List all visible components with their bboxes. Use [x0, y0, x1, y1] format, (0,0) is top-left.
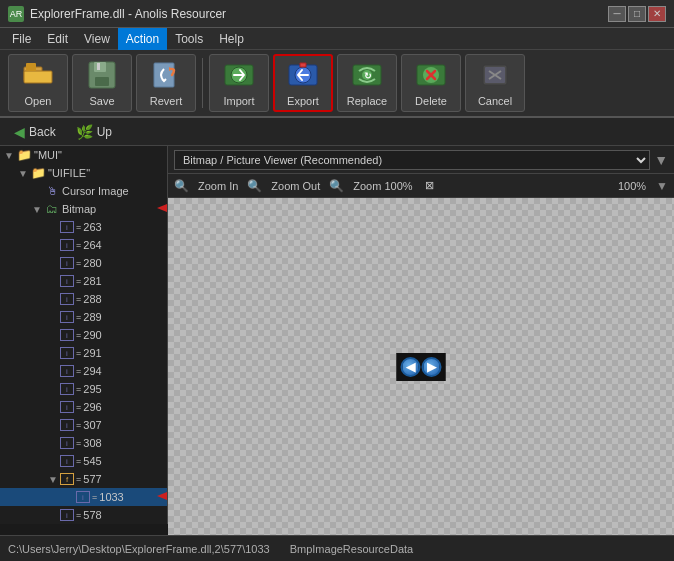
hash-icon-295: =	[76, 384, 81, 394]
viewer-dropdown-arrow[interactable]: ▼	[654, 152, 668, 168]
tree-item-1033[interactable]: i = 1033	[0, 488, 167, 506]
tree-item-bitmap[interactable]: ▼ 🗂 Bitmap	[0, 200, 167, 218]
tree-item-mui[interactable]: ▼ 📁 "MUI"	[0, 146, 167, 164]
menu-file[interactable]: File	[4, 28, 39, 50]
hash-icon-290: =	[76, 330, 81, 340]
zoom-in-label: Zoom In	[198, 180, 238, 192]
export-button[interactable]: Export	[273, 54, 333, 112]
nav-bar: ◀ Back 🌿 Up	[0, 118, 674, 146]
tree-item-294[interactable]: i = 294	[0, 362, 167, 380]
menu-help[interactable]: Help	[211, 28, 252, 50]
cancel-label: Cancel	[478, 95, 512, 107]
bitmap-preview: ◀ ▶	[397, 353, 446, 381]
svg-rect-5	[95, 77, 109, 86]
zoom-100-button[interactable]: Zoom 100%	[350, 179, 415, 193]
folder-icon-mui: 📁	[16, 147, 32, 163]
tree-label-263: 263	[83, 221, 101, 233]
zoom-fit-icon: ⊠	[425, 179, 434, 192]
tree-item-280[interactable]: i = 280	[0, 254, 167, 272]
sidebar-tree: ▼ 📁 "MUI" ▼ 📁 "UIFILE" 🖱 Cursor Image ▼ …	[0, 146, 168, 524]
open-icon	[22, 59, 54, 91]
1033-red-arrow	[157, 486, 168, 506]
zoom-out-button[interactable]: Zoom Out	[268, 179, 323, 193]
folder-icon-uifile: 📁	[30, 165, 46, 181]
menu-action[interactable]: Action	[118, 28, 167, 50]
up-button[interactable]: 🌿 Up	[70, 122, 118, 142]
tree-item-545[interactable]: i = 545	[0, 452, 167, 470]
hash-icon-289: =	[76, 312, 81, 322]
menu-bar: File Edit View Action Tools Help	[0, 28, 674, 50]
tree-item-281[interactable]: i = 281	[0, 272, 167, 290]
import-icon	[223, 59, 255, 91]
zoom-fit-button[interactable]: ⊠	[422, 178, 437, 193]
img-icon-264: i	[60, 239, 74, 251]
tree-item-uifile[interactable]: ▼ 📁 "UIFILE"	[0, 164, 167, 182]
import-label: Import	[223, 95, 254, 107]
img-icon-280: i	[60, 257, 74, 269]
tree-item-296[interactable]: i = 296	[0, 398, 167, 416]
tree-label-mui: "MUI"	[34, 149, 62, 161]
tree-item-cursorimage[interactable]: 🖱 Cursor Image	[0, 182, 167, 200]
menu-view[interactable]: View	[76, 28, 118, 50]
img-icon-295: i	[60, 383, 74, 395]
viewer-select[interactable]: Bitmap / Picture Viewer (Recommended)	[174, 150, 650, 170]
hash-icon-288: =	[76, 294, 81, 304]
tree-item-264[interactable]: i = 264	[0, 236, 167, 254]
zoom-reset-search-icon: 🔍	[329, 179, 344, 193]
close-button[interactable]: ✕	[648, 6, 666, 22]
back-button[interactable]: ◀ Back	[8, 122, 62, 142]
replace-icon: ↻	[351, 59, 383, 91]
tree-item-307[interactable]: i = 307	[0, 416, 167, 434]
hash-icon-578: =	[76, 510, 81, 520]
img-icon-263: i	[60, 221, 74, 233]
menu-tools[interactable]: Tools	[167, 28, 211, 50]
tree-item-263[interactable]: i = 263	[0, 218, 167, 236]
tree-item-288[interactable]: i = 288	[0, 290, 167, 308]
hash-icon-296: =	[76, 402, 81, 412]
app-icon: AR	[8, 6, 24, 22]
hash-icon-281: =	[76, 276, 81, 286]
tree-label-307: 307	[83, 419, 101, 431]
revert-icon	[150, 59, 182, 91]
img-icon-290: i	[60, 329, 74, 341]
img-icon-294: i	[60, 365, 74, 377]
tree-item-308[interactable]: i = 308	[0, 434, 167, 452]
menu-edit[interactable]: Edit	[39, 28, 76, 50]
zoom-percent-arrow[interactable]: ▼	[656, 179, 668, 193]
save-button[interactable]: Save	[72, 54, 132, 112]
minimize-button[interactable]: ─	[608, 6, 626, 22]
right-panel: Bitmap / Picture Viewer (Recommended) ▼ …	[168, 146, 674, 535]
window-title: ExplorerFrame.dll - Anolis Resourcer	[30, 7, 608, 21]
zoom-percent-label: 100%	[618, 180, 646, 192]
hash-icon-291: =	[76, 348, 81, 358]
canvas-area: ◀ ▶	[168, 198, 674, 535]
back-label: Back	[29, 125, 56, 139]
hash-icon-308: =	[76, 438, 81, 448]
zoom-in-button[interactable]: Zoom In	[195, 179, 241, 193]
open-button[interactable]: Open	[8, 54, 68, 112]
img-icon-281: i	[60, 275, 74, 287]
maximize-button[interactable]: □	[628, 6, 646, 22]
sidebar-wrapper: ▼ 📁 "MUI" ▼ 📁 "UIFILE" 🖱 Cursor Image ▼ …	[0, 146, 168, 535]
tree-label-281: 281	[83, 275, 101, 287]
cancel-icon	[479, 59, 511, 91]
replace-button[interactable]: ↻ Replace	[337, 54, 397, 112]
tree-item-578[interactable]: i = 578	[0, 506, 167, 524]
tree-label-1033: 1033	[99, 491, 123, 503]
tree-item-295[interactable]: i = 295	[0, 380, 167, 398]
svg-rect-6	[97, 63, 100, 70]
img-icon-289: i	[60, 311, 74, 323]
tree-item-290[interactable]: i = 290	[0, 326, 167, 344]
tree-item-289[interactable]: i = 289	[0, 308, 167, 326]
hash-icon-545: =	[76, 456, 81, 466]
img-icon-296: i	[60, 401, 74, 413]
up-arrow-icon: 🌿	[76, 124, 93, 140]
delete-button[interactable]: Delete	[401, 54, 461, 112]
tree-item-291[interactable]: i = 291	[0, 344, 167, 362]
delete-label: Delete	[415, 95, 447, 107]
cancel-button[interactable]: Cancel	[465, 54, 525, 112]
status-bar: C:\Users\Jerry\Desktop\ExplorerFrame.dll…	[0, 535, 674, 561]
revert-button[interactable]: Revert	[136, 54, 196, 112]
tree-item-577[interactable]: ▼ f = 577	[0, 470, 167, 488]
import-button[interactable]: Import	[209, 54, 269, 112]
